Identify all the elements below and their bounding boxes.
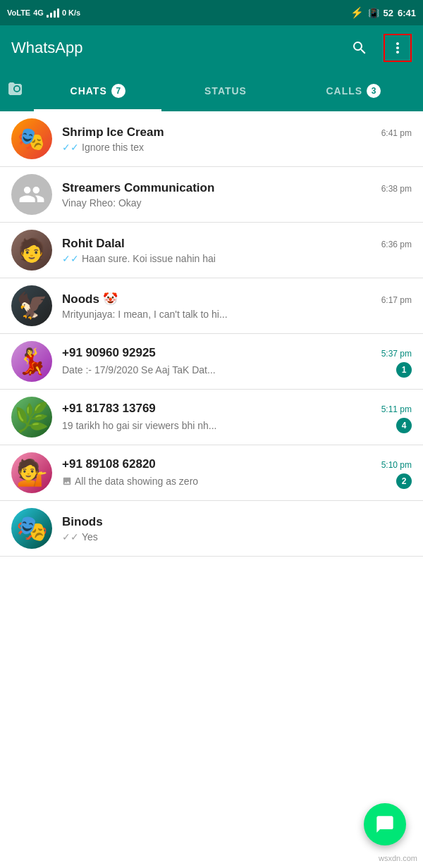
- tab-chats[interactable]: CHATS 7: [34, 70, 161, 111]
- vibrate-icon: 📳: [368, 8, 379, 18]
- avatar: 🧑: [11, 230, 52, 271]
- signal-bars: [47, 8, 59, 18]
- chat-item[interactable]: 🌿 +91 81783 13769 5:11 pm 19 tarikh ho g…: [0, 390, 423, 445]
- chat-preview: Mrityunjaya: I mean, I can't talk to hi.…: [62, 309, 412, 320]
- chat-header: Streamers Communication 6:38 pm: [62, 181, 412, 195]
- unread-badge: 4: [396, 418, 412, 433]
- tab-status-label: STATUS: [204, 85, 247, 97]
- bar1: [47, 15, 49, 18]
- status-bar: VoLTE 4G 0 K/s ⚡ 📳 52 6:41: [0, 0, 423, 25]
- chat-header: Noods 🤡 6:17 pm: [62, 292, 412, 306]
- chats-badge: 7: [111, 84, 125, 98]
- chat-time: 6:17 pm: [381, 295, 412, 305]
- chat-item[interactable]: Streamers Communication 6:38 pm Vinay Rh…: [0, 167, 423, 223]
- chat-list: 🎭 Shrimp Ice Cream 6:41 pm ✓✓ Ignore thi…: [0, 111, 423, 557]
- app-bar-icons: [348, 34, 412, 62]
- chat-item[interactable]: 🎭 Binods ✓✓ Yes: [0, 501, 423, 557]
- chat-content: Rohit Dalal 6:36 pm ✓✓ Haan sure. Koi is…: [62, 237, 412, 264]
- calls-badge: 3: [367, 84, 381, 98]
- avatar: 💃: [11, 341, 52, 382]
- bar3: [54, 11, 56, 18]
- search-icon: [351, 39, 368, 56]
- chat-time: 6:36 pm: [381, 240, 412, 249]
- avatar: 💁: [11, 452, 52, 493]
- chat-preview: 19 tarikh ho gai sir viewers bhi nh...: [62, 420, 391, 431]
- chat-preview: ✓✓ Haan sure. Koi issue nahin hai: [62, 253, 412, 264]
- more-options-button[interactable]: [384, 34, 412, 62]
- chat-content: +91 89108 62820 5:10 pm All the data sho…: [62, 457, 412, 489]
- battery-level: 52: [384, 8, 393, 18]
- chat-footer: ✓✓ Ignore this tex: [62, 142, 412, 153]
- chat-preview: Vinay Rheo: Okay: [62, 197, 412, 209]
- avatar: [11, 174, 52, 215]
- watermark: wsxdn.com: [379, 854, 417, 862]
- chat-header: Shrimp Ice Cream 6:41 pm: [62, 125, 412, 140]
- chat-time: 6:41 pm: [381, 128, 412, 138]
- chat-footer: 19 tarikh ho gai sir viewers bhi nh... 4: [62, 418, 412, 433]
- more-options-icon: [389, 39, 406, 56]
- time-display: 6:41: [398, 8, 416, 18]
- chat-header: +91 89108 62820 5:10 pm: [62, 457, 412, 471]
- sent-tick-icon: ✓✓: [62, 531, 79, 542]
- data-speed: 0 K/s: [62, 8, 80, 17]
- search-button[interactable]: [348, 37, 371, 59]
- chat-item[interactable]: 🦅 Noods 🤡 6:17 pm Mrityunjaya: I mean, I…: [0, 278, 423, 334]
- chat-name: +91 90960 92925: [62, 346, 156, 360]
- image-icon: [62, 476, 72, 486]
- chat-preview: ✓✓ Ignore this tex: [62, 142, 412, 153]
- chat-preview: ✓✓ Yes: [62, 531, 412, 542]
- chat-name: Rohit Dalal: [62, 237, 125, 251]
- unread-badge: 1: [396, 362, 412, 378]
- status-right: ⚡ 📳 52 6:41: [350, 6, 417, 19]
- chat-footer: ✓✓ Haan sure. Koi issue nahin hai: [62, 253, 412, 264]
- tab-calls[interactable]: CALLS 3: [290, 70, 417, 111]
- chat-content: Streamers Communication 6:38 pm Vinay Rh…: [62, 181, 412, 209]
- new-chat-fab[interactable]: [364, 803, 406, 845]
- chat-preview: Date :- 17/9/2020 Se Aaj TaK Dat...: [62, 364, 391, 376]
- chat-header: Binods: [62, 515, 412, 529]
- chat-header: +91 90960 92925 5:37 pm: [62, 346, 412, 360]
- status-left: VoLTE 4G 0 K/s: [7, 8, 80, 18]
- chat-item[interactable]: 💃 +91 90960 92925 5:37 pm Date :- 17/9/2…: [0, 334, 423, 390]
- group-icon: [18, 181, 45, 208]
- chat-content: +91 90960 92925 5:37 pm Date :- 17/9/202…: [62, 346, 412, 378]
- read-tick-icon: ✓✓: [62, 142, 79, 153]
- carrier-label: VoLTE: [7, 8, 30, 17]
- chat-preview: All the data showing as zero: [62, 476, 391, 487]
- bar2: [50, 13, 52, 18]
- avatar: 🎭: [11, 118, 52, 159]
- avatar: 🦅: [11, 285, 52, 326]
- chat-item[interactable]: 🎭 Shrimp Ice Cream 6:41 pm ✓✓ Ignore thi…: [0, 111, 423, 167]
- chat-time: 6:38 pm: [381, 184, 412, 194]
- tab-chats-label: CHATS: [70, 85, 107, 97]
- chat-header: +91 81783 13769 5:11 pm: [62, 402, 412, 416]
- chat-footer: All the data showing as zero 2: [62, 473, 412, 489]
- chat-header: Rohit Dalal 6:36 pm: [62, 237, 412, 251]
- camera-icon: [8, 80, 25, 97]
- tab-status[interactable]: STATUS: [161, 70, 289, 111]
- tab-bar: CHATS 7 STATUS CALLS 3: [0, 70, 423, 111]
- network-type: 4G: [33, 8, 44, 17]
- new-chat-icon: [375, 814, 395, 834]
- tab-calls-label: CALLS: [326, 85, 362, 97]
- chat-time: 5:11 pm: [381, 404, 412, 414]
- camera-tab[interactable]: [6, 80, 34, 101]
- chat-footer: Date :- 17/9/2020 Se Aaj TaK Dat... 1: [62, 362, 412, 378]
- chat-item[interactable]: 🧑 Rohit Dalal 6:36 pm ✓✓ Haan sure. Koi …: [0, 223, 423, 278]
- app-bar: WhatsApp: [0, 25, 423, 70]
- chat-footer: Mrityunjaya: I mean, I can't talk to hi.…: [62, 309, 412, 320]
- unread-badge: 2: [396, 473, 412, 489]
- app-title: WhatsApp: [11, 39, 348, 57]
- chat-content: +91 81783 13769 5:11 pm 19 tarikh ho gai…: [62, 402, 412, 433]
- chat-item[interactable]: 💁 +91 89108 62820 5:10 pm All the data s…: [0, 445, 423, 501]
- avatar: 🌿: [11, 397, 52, 438]
- chat-content: Shrimp Ice Cream 6:41 pm ✓✓ Ignore this …: [62, 125, 412, 153]
- chat-time: 5:37 pm: [381, 349, 412, 359]
- chat-time: 5:10 pm: [381, 460, 412, 470]
- chat-content: Noods 🤡 6:17 pm Mrityunjaya: I mean, I c…: [62, 292, 412, 320]
- chat-name: Noods 🤡: [62, 292, 118, 306]
- avatar: 🎭: [11, 508, 52, 549]
- chat-name: +91 81783 13769: [62, 402, 156, 416]
- chat-footer: ✓✓ Yes: [62, 531, 412, 542]
- chat-content: Binods ✓✓ Yes: [62, 515, 412, 542]
